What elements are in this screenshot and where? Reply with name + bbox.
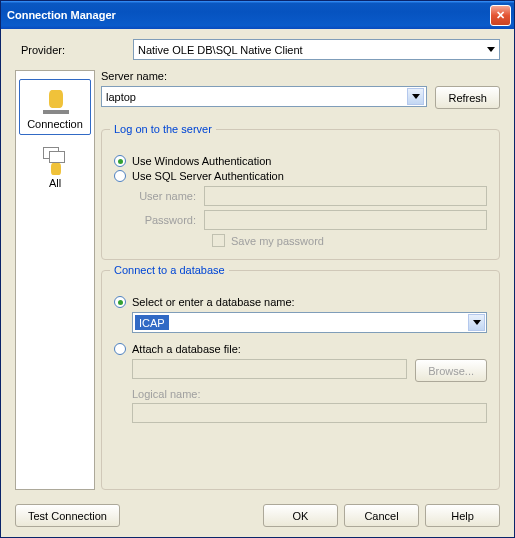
chevron-down-icon	[473, 320, 481, 325]
username-input	[204, 186, 487, 206]
password-input	[204, 210, 487, 230]
database-legend: Connect to a database	[110, 264, 229, 276]
dialog-footer: Test Connection OK Cancel Help	[1, 498, 514, 537]
browse-button: Browse...	[415, 359, 487, 382]
category-sidebar: Connection All	[15, 70, 95, 490]
help-button[interactable]: Help	[425, 504, 500, 527]
logical-name-input	[132, 403, 487, 423]
server-name-combo[interactable]: laptop	[101, 86, 427, 107]
db-select-radio[interactable]: Select or enter a database name:	[114, 296, 487, 308]
database-icon	[39, 86, 71, 118]
attach-file-input	[132, 359, 407, 379]
checkbox-icon	[212, 234, 225, 247]
radio-icon	[114, 170, 126, 182]
provider-label: Provider:	[21, 44, 133, 56]
close-icon: ✕	[496, 9, 505, 22]
logon-legend: Log on to the server	[110, 123, 216, 135]
chevron-down-icon	[412, 94, 420, 99]
titlebar: Connection Manager ✕	[1, 1, 514, 29]
db-attach-radio[interactable]: Attach a database file:	[114, 343, 487, 355]
chevron-down-icon	[487, 47, 495, 52]
auth-sql-radio[interactable]: Use SQL Server Authentication	[114, 170, 487, 182]
provider-value: Native OLE DB\SQL Native Client	[138, 44, 303, 56]
username-label: User name:	[134, 190, 204, 202]
server-name-value: laptop	[106, 91, 136, 103]
provider-dropdown[interactable]: Native OLE DB\SQL Native Client	[133, 39, 500, 60]
radio-icon	[114, 155, 126, 167]
sidebar-item-all[interactable]: All	[19, 139, 91, 193]
save-password-checkbox: Save my password	[212, 234, 487, 247]
ok-button[interactable]: OK	[263, 504, 338, 527]
password-label: Password:	[134, 214, 204, 226]
window-title: Connection Manager	[7, 9, 490, 21]
database-group: Connect to a database Select or enter a …	[101, 270, 500, 490]
auth-windows-radio[interactable]: Use Windows Authentication	[114, 155, 487, 167]
refresh-button[interactable]: Refresh	[435, 86, 500, 109]
logical-name-label: Logical name:	[132, 388, 201, 400]
database-name-combo[interactable]: ICAP	[132, 312, 487, 333]
logon-group: Log on to the server Use Windows Authent…	[101, 129, 500, 260]
radio-icon	[114, 296, 126, 308]
close-button[interactable]: ✕	[490, 5, 511, 26]
test-connection-button[interactable]: Test Connection	[15, 504, 120, 527]
sidebar-item-connection[interactable]: Connection	[19, 79, 91, 135]
connection-manager-dialog: Connection Manager ✕ Provider: Native OL…	[0, 0, 515, 538]
radio-icon	[114, 343, 126, 355]
all-icon	[39, 145, 71, 177]
cancel-button[interactable]: Cancel	[344, 504, 419, 527]
server-name-label: Server name:	[101, 70, 500, 82]
database-name-value: ICAP	[135, 315, 169, 330]
